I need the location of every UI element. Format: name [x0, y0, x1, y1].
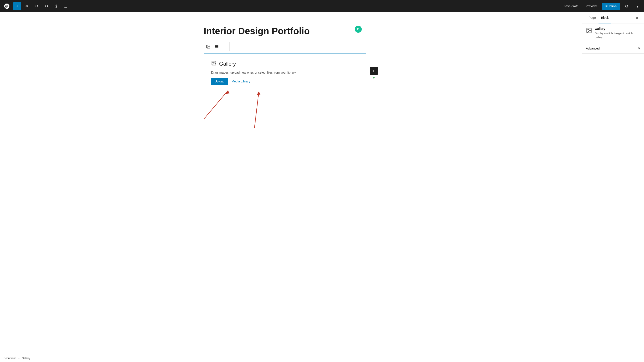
breadcrumb-gallery[interactable]: Gallery — [22, 357, 30, 360]
settings-button[interactable]: ⚙ — [623, 2, 631, 10]
preview-button[interactable]: Preview — [583, 3, 600, 9]
toolbar-right-actions: Save draft Preview Publish ⚙ ⋮ — [561, 2, 641, 10]
block-tab[interactable]: Block — [598, 12, 611, 24]
breadcrumb-bar: Document → Gallery — [0, 354, 644, 362]
gallery-block-title: Gallery — [219, 61, 236, 67]
three-dots-icon: ⋮ — [223, 45, 227, 49]
info-icon: ℹ — [56, 4, 57, 9]
media-library-button[interactable]: Media Library — [232, 80, 250, 83]
list-view-icon: ☰ — [64, 4, 68, 9]
undo-icon: ↺ — [35, 4, 38, 9]
block-name-label: Gallery — [595, 27, 640, 31]
undo-button[interactable]: ↺ — [33, 2, 41, 10]
block-toolbar: ⋮ — [204, 42, 230, 51]
sidebar-close-button[interactable]: ✕ — [634, 14, 640, 22]
svg-rect-5 — [215, 47, 218, 47]
svg-point-14 — [588, 29, 588, 30]
gallery-block-icon — [211, 61, 216, 67]
sidebar: Page Block ✕ Gallery Display multiple im… — [582, 12, 644, 354]
breadcrumb-document[interactable]: Document — [4, 357, 16, 360]
info-button[interactable]: ℹ — [52, 2, 60, 10]
gallery-block-description: Drag images, upload new ones or select f… — [211, 71, 359, 74]
advanced-section-header[interactable]: Advanced ∨ — [582, 43, 644, 54]
upload-button[interactable]: Upload — [211, 78, 228, 85]
block-description-label: Display multiple images in a rich galler… — [595, 31, 640, 39]
redo-icon: ↻ — [45, 4, 48, 9]
add-block-toolbar-button[interactable]: + — [13, 2, 21, 10]
svg-line-11 — [254, 92, 259, 128]
svg-point-8 — [213, 62, 213, 63]
annotation-arrows — [177, 35, 310, 150]
breadcrumb-separator: → — [18, 357, 20, 360]
gear-icon: ⚙ — [625, 4, 628, 9]
ellipsis-vertical-icon: ⋮ — [636, 4, 639, 9]
sidebar-tab-group: Page Block — [586, 12, 611, 23]
svg-text:W: W — [5, 5, 8, 8]
svg-point-3 — [208, 46, 208, 47]
block-align-button[interactable] — [213, 43, 221, 51]
publish-button[interactable]: Publish — [602, 3, 620, 10]
page-tab[interactable]: Page — [586, 12, 598, 24]
grammarly-badge: G — [355, 26, 362, 33]
online-indicator-dot — [373, 77, 374, 79]
sidebar-tabs: Page Block ✕ — [582, 12, 644, 24]
gallery-block-container: Gallery Drag images, upload new ones or … — [204, 53, 366, 92]
advanced-section: Advanced ∨ — [582, 43, 644, 54]
advanced-section-label: Advanced — [586, 47, 600, 50]
close-icon: ✕ — [635, 15, 639, 21]
gallery-actions: Upload Media Library — [211, 78, 359, 85]
block-info-panel: Gallery Display multiple images in a ric… — [582, 24, 644, 43]
svg-line-9 — [204, 91, 228, 119]
pencil-icon: ✏ — [26, 4, 29, 9]
main-layout: G Interior Design Portfolio — [0, 12, 644, 354]
svg-rect-4 — [215, 46, 218, 46]
block-info-icon — [586, 28, 592, 35]
svg-rect-6 — [215, 47, 218, 48]
edit-mode-button[interactable]: ✏ — [23, 2, 31, 10]
gallery-header: Gallery — [211, 61, 359, 67]
block-image-button[interactable] — [204, 43, 212, 51]
main-toolbar: W + ✏ ↺ ↻ ℹ ☰ Save draft Preview Publish… — [0, 0, 644, 12]
editor-area: G Interior Design Portfolio — [0, 12, 582, 354]
wp-logo: W — [3, 2, 10, 10]
block-info-text: Gallery Display multiple images in a ric… — [595, 27, 640, 39]
add-block-button[interactable]: + — [370, 67, 378, 75]
chevron-down-icon: ∨ — [638, 46, 640, 50]
list-view-button[interactable]: ☰ — [62, 2, 70, 10]
post-title[interactable]: Interior Design Portfolio — [204, 26, 366, 37]
save-draft-button[interactable]: Save draft — [561, 3, 580, 9]
add-block-aside: + — [370, 67, 378, 79]
gallery-block[interactable]: Gallery Drag images, upload new ones or … — [204, 53, 366, 92]
more-options-button[interactable]: ⋮ — [634, 2, 641, 10]
gallery-block-inner: Gallery Drag images, upload new ones or … — [211, 61, 359, 85]
plus-icon: + — [16, 4, 18, 9]
block-more-button[interactable]: ⋮ — [221, 43, 229, 51]
redo-button[interactable]: ↻ — [42, 2, 50, 10]
editor-content-wrapper: G Interior Design Portfolio — [198, 26, 384, 92]
